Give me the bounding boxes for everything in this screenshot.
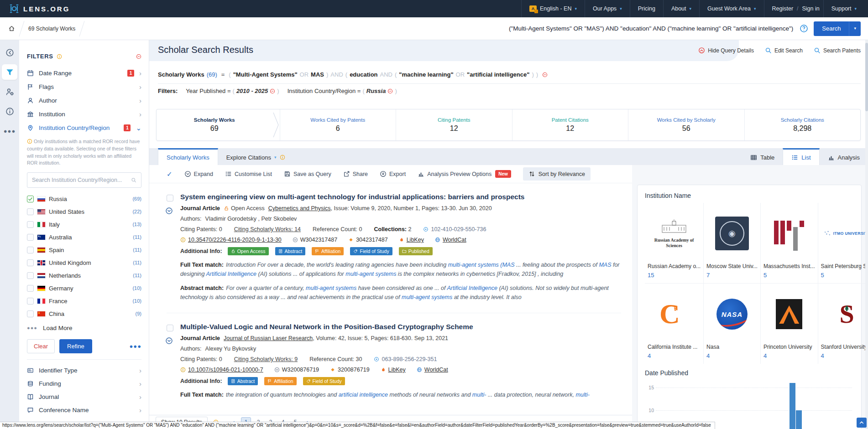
authors-names[interactable]: Vladimir Gorodetsky , Petr Skobelev <box>205 216 297 222</box>
query-result-count[interactable]: (69) <box>207 71 217 78</box>
info-icon[interactable] <box>57 54 62 59</box>
edit-search-link[interactable]: Edit Search <box>765 47 803 54</box>
identifier-libkey[interactable]: LibKey <box>381 367 406 373</box>
stat-works-cited-by-patents[interactable]: Works Cited by Patents6 <box>280 109 396 140</box>
badge-abstract[interactable]: Abstract <box>275 247 306 255</box>
badge-abstract[interactable]: Abstract <box>228 377 258 385</box>
checkbox-australia[interactable] <box>27 234 34 241</box>
identifier-w3042317487[interactable]: W3042317487 <box>293 237 337 243</box>
stat-works-cited-by-scholarly[interactable]: Works Cited by Scholarly56 <box>628 109 744 140</box>
more-options-button[interactable]: ●●● <box>129 343 141 350</box>
sidebar-item-flags[interactable]: Flags› <box>27 80 141 93</box>
expand-button[interactable]: Expand <box>184 171 213 177</box>
nav-register[interactable]: Register <box>764 0 797 17</box>
remove-filter-icon[interactable] <box>387 88 393 94</box>
remove-filter-icon[interactable] <box>270 88 275 94</box>
identifier-worldcat[interactable]: WorldCat <box>417 367 448 373</box>
checkbox-spain[interactable] <box>27 247 34 253</box>
result-checkbox[interactable] <box>167 325 173 331</box>
identifier-10-35470-2226-4116-2020-9-1-13-30[interactable]: 10.35470/2226-4116-2020-9-1-13-30 <box>180 237 282 243</box>
home-icon[interactable] <box>8 25 15 32</box>
badge-open-access[interactable]: Open Access <box>228 247 269 255</box>
filters-rail-button[interactable] <box>2 64 17 80</box>
clear-button[interactable]: Clear <box>27 339 55 353</box>
country-search-input[interactable]: Search Institution Country/Region... <box>27 172 141 188</box>
sidebar-item-conference-name[interactable]: Conference Name› <box>27 403 141 417</box>
institution-tile-stanford-university[interactable]: SStanford University4 <box>818 283 868 364</box>
institution-tile-saint-petersburg-st[interactable]: ITMO UNIVERSITYSaint Petersburg St...5 <box>818 203 868 283</box>
tab-table[interactable]: Table <box>742 148 783 165</box>
collapse-sidebar-button[interactable] <box>2 45 17 60</box>
export-button[interactable]: Export <box>380 171 406 177</box>
nav-guest-work-area[interactable]: Guest Work Area▾ <box>699 0 763 17</box>
badge-field-of-study[interactable]: Field of Study <box>303 377 345 385</box>
page-scrollbar[interactable] <box>865 40 868 429</box>
tab-explore-citations[interactable]: Explore Citations▾ <box>218 148 293 165</box>
checkbox-china[interactable] <box>27 310 34 317</box>
badge-field-of-study[interactable]: Field of Study <box>350 247 392 255</box>
checkbox-russia[interactable] <box>27 196 34 202</box>
identifier-10-1007-s10946-021-10000-7[interactable]: 10.1007/s10946-021-10000-7 <box>180 367 263 373</box>
checkbox-france[interactable] <box>27 298 34 305</box>
institution-tile-moscow-state-univ[interactable]: ◉Moscow State Univ...7 <box>703 203 760 283</box>
checkbox-germany[interactable] <box>27 285 34 292</box>
sort-by-relevance-button[interactable]: Sort by Relevance <box>523 167 591 181</box>
checkbox-italy[interactable] <box>27 221 34 228</box>
share-button[interactable]: Share <box>343 171 368 177</box>
checkbox-united-states[interactable] <box>27 208 34 215</box>
save-as-query-button[interactable]: Save as Query <box>284 171 331 177</box>
expand-result-icon[interactable] <box>165 207 173 217</box>
metric-citing-scholarly-works[interactable]: Citing Scholarly Works: 9 <box>234 356 298 362</box>
stat-citing-patents[interactable]: Citing Patents12 <box>396 109 512 140</box>
sidebar-item-identifier-type[interactable]: Identifier Type› <box>27 364 141 377</box>
remove-query-icon[interactable] <box>542 72 548 78</box>
sidebar-item-journal[interactable]: Journal› <box>27 390 141 403</box>
identifier-libkey[interactable]: LibKey <box>399 237 424 243</box>
identifier-3042317487[interactable]: 3042317487 <box>348 237 388 243</box>
query-help-icon[interactable] <box>800 24 808 33</box>
account-rail-button[interactable] <box>2 84 17 99</box>
metric-citing-scholarly-works[interactable]: Citing Scholarly Works: 14 <box>234 226 301 233</box>
sidebar-item-date-range[interactable]: Date Range1› <box>27 66 141 80</box>
load-more-button[interactable]: ●●● Load More <box>27 321 141 335</box>
chart-bar-2022[interactable] <box>796 410 802 429</box>
journal-link[interactable]: Cybernetics and Physics <box>268 205 331 212</box>
nav-support[interactable]: Support▾ <box>823 0 864 17</box>
tab-list[interactable]: List <box>783 148 819 165</box>
institution-tile-princeton-university[interactable]: Princeton University4 <box>760 283 818 364</box>
search-patents-link[interactable]: Search Patents <box>814 47 861 54</box>
institution-tile-massachusetts-inst[interactable]: Massachusetts Inst...5 <box>760 203 818 283</box>
nav-sign-in[interactable]: Sign in <box>798 0 823 17</box>
breadcrumb[interactable]: 69 Scholarly Works <box>28 26 75 32</box>
institution-tile-nasa[interactable]: NASANasa4 <box>703 283 760 364</box>
scroll-top-button[interactable] <box>857 418 867 428</box>
journal-link[interactable]: Journal of Russian Laser Research <box>224 335 313 341</box>
select-all-check-icon[interactable]: ✓ <box>167 170 173 178</box>
hide-query-details-link[interactable]: Hide Query Details <box>698 47 754 54</box>
stat-scholarly-works[interactable]: Scholarly Works69 <box>157 109 272 140</box>
chart-bar-2021[interactable] <box>790 383 795 429</box>
checkbox-netherlands[interactable] <box>27 272 34 279</box>
badge-affiliation[interactable]: Affiliation <box>312 247 344 255</box>
institution-tile-russian-academy-o[interactable]: Russian Academy of SciencesRussian Acade… <box>645 203 703 283</box>
nav-pricing[interactable]: Pricing <box>630 0 663 17</box>
more-rail-button[interactable]: ●●● <box>2 123 17 139</box>
badge-published[interactable]: Published <box>399 247 433 255</box>
info-rail-button[interactable] <box>2 103 17 119</box>
clear-all-filters-icon[interactable] <box>136 54 141 59</box>
identifier-3200876719[interactable]: 3200876719 <box>330 367 370 373</box>
nav-english-en[interactable]: AEnglish - EN▾ <box>521 0 585 17</box>
result-checkbox[interactable] <box>167 195 173 202</box>
tab-analysis[interactable]: Analysis <box>820 148 868 165</box>
customise-list-button[interactable]: Customise List <box>225 171 272 177</box>
analysis-preview-options-button[interactable]: Analysis Preview OptionsNew <box>418 170 511 178</box>
result-title[interactable]: System engineering view on multi-agent t… <box>180 193 621 201</box>
scrollbar-thumb[interactable] <box>865 43 868 111</box>
stat-patent-citations[interactable]: Patent Citations12 <box>512 109 628 140</box>
tab-scholarly-works[interactable]: Scholarly Works <box>158 148 218 165</box>
nav-our-apps[interactable]: Our Apps▾ <box>585 0 630 17</box>
identifier-worldcat[interactable]: WorldCat <box>435 237 466 243</box>
checkbox-united-kingdom[interactable] <box>27 259 34 266</box>
search-query[interactable]: ("Multi-Agent Systems" OR "MAS") AND "ed… <box>102 25 793 32</box>
sidebar-item-author[interactable]: Author› <box>27 93 141 107</box>
